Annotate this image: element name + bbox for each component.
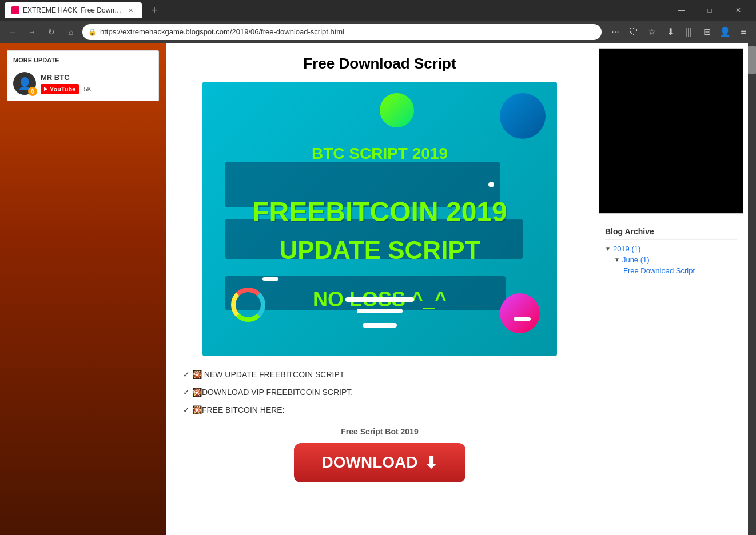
author-name: MR BTC [41,73,91,82]
advertisement-box [599,48,743,214]
deco-ring [231,288,265,322]
deco-dot [488,182,494,187]
address-bar[interactable]: 🔒 https://extremehackgame.blogspot.com/2… [82,24,602,40]
pocket-icon[interactable]: 🛡 [626,24,642,40]
open-menu-button[interactable]: ≡ [735,24,751,40]
archive-post-link[interactable]: Free Download Script [623,266,737,275]
archive-post-title: Free Download Script [623,266,695,275]
download-label: DOWNLOAD [322,453,418,472]
minimize-button[interactable]: — [668,0,694,21]
deco-line-2 [357,309,403,313]
url-text: https://extremehackgame.blogspot.com/201… [100,27,596,36]
post-body: ✓ 🎇 NEW UPDATE FREEBITCOIN SCRIPT ✓ 🎇DOW… [183,368,576,418]
subscriber-count: 5K [83,86,91,93]
main-layout: MORE UPDATE 👤 ₿ MR BTC ▶ YouTube 5K [0,43,756,535]
archive-month-june[interactable]: ▼ June (1) [614,255,737,264]
maximize-button[interactable]: □ [697,0,723,21]
post-image-inner: BTC SCRIPT 2019 FREEBITCOIN 2019 UPDATE … [202,82,557,356]
blog-archive-widget: Blog Archive ▼ 2019 (1) ▼ June (1) Free … [599,221,743,282]
window-controls: — □ ✕ [668,0,751,21]
deco-line-1 [345,297,414,302]
triangle-down-month-icon: ▼ [614,257,620,263]
avatar: 👤 ₿ [13,72,36,95]
nav-right-buttons: ··· 🛡 ☆ ⬇ ||| ⊟ 👤 ≡ [607,24,751,40]
security-lock-icon: 🔒 [88,28,97,36]
archive-month-label: June (1) [622,255,650,264]
home-button[interactable]: ⌂ [63,24,79,40]
body-line-3: ✓ 🎇FREE BITCOIN HERE: [183,403,576,417]
deco-circle-green [380,93,414,127]
body-line-1: ✓ 🎇 NEW UPDATE FREEBITCOIN SCRIPT [183,368,576,382]
navigation-bar: ← → ↻ ⌂ 🔒 https://extremehackgame.blogsp… [0,21,756,43]
play-icon: ▶ [44,86,47,91]
author-info: MR BTC ▶ YouTube 5K [41,73,91,94]
more-update-widget: MORE UPDATE 👤 ₿ MR BTC ▶ YouTube 5K [7,50,159,101]
img-text-freebitcoin: FREEBITCOIN 2019 [202,196,557,227]
deco-circle-blue [500,93,546,139]
browser-tab[interactable]: EXTREME HACK: Free Downloa... ✕ [5,2,142,18]
synced-tabs-icon[interactable]: ⊟ [699,24,715,40]
download-arrow-icon: ⬇ [424,453,437,472]
post-image: BTC SCRIPT 2019 FREEBITCOIN 2019 UPDATE … [202,82,557,356]
deco-minus-sign [514,317,531,321]
deco-line-3 [363,323,397,328]
btc-badge: ₿ [28,87,37,96]
tab-title: EXTREME HACK: Free Downloa... [23,6,122,14]
forward-button[interactable]: → [24,24,40,40]
scrollbar-track[interactable] [748,43,756,535]
scrollbar-thumb[interactable] [748,46,756,74]
blog-archive-title: Blog Archive [605,227,737,240]
youtube-label: YouTube [50,86,75,93]
bookmarks-library-icon[interactable]: ||| [681,24,697,40]
content-area: Free Download Script BTC SCRIPT 2019 FRE… [166,43,594,535]
refresh-button[interactable]: ↻ [43,24,59,40]
right-sidebar: Blog Archive ▼ 2019 (1) ▼ June (1) Free … [594,43,748,535]
close-button[interactable]: ✕ [725,0,751,21]
img-text-update-script: UPDATE SCRIPT [202,236,557,265]
body-line-2: ✓ 🎇DOWNLOAD VIP FREEBITCOIN SCRIPT. [183,385,576,400]
more-update-title: MORE UPDATE [13,57,153,67]
more-button[interactable]: ··· [607,24,623,40]
post-title: Free Download Script [183,55,576,73]
bookmark-icon[interactable]: ☆ [644,24,660,40]
youtube-button[interactable]: ▶ YouTube [41,84,79,94]
new-tab-button[interactable]: + [146,2,162,18]
deco-circle-magenta [500,293,540,333]
triangle-down-icon: ▼ [605,246,611,252]
tab-close-button[interactable]: ✕ [126,6,135,15]
download-button[interactable]: DOWNLOAD ⬇ [294,443,465,482]
title-bar: EXTREME HACK: Free Downloa... ✕ + — □ ✕ [0,0,756,21]
download-icon[interactable]: ⬇ [662,24,678,40]
firefox-account-icon[interactable]: 👤 [717,24,733,40]
tab-favicon [11,6,19,14]
img-text-btc-script: BTC SCRIPT 2019 [202,145,557,163]
author-row: 👤 ₿ MR BTC ▶ YouTube 5K [13,72,153,95]
archive-year-label: 2019 (1) [613,245,640,253]
back-button[interactable]: ← [5,24,21,40]
archive-year-2019[interactable]: ▼ 2019 (1) [605,245,737,253]
post-subheading: Free Script Bot 2019 [183,427,576,436]
deco-minus-left [262,277,278,281]
left-sidebar: MORE UPDATE 👤 ₿ MR BTC ▶ YouTube 5K [0,43,166,535]
